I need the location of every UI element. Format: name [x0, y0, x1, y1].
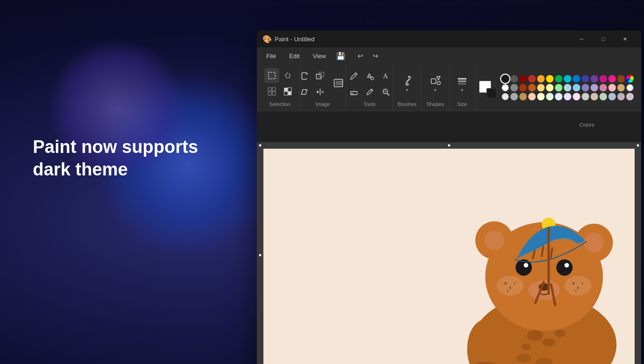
svg-point-40	[572, 282, 575, 285]
minimize-button[interactable]: ─	[571, 31, 592, 46]
color-teal[interactable]	[564, 75, 571, 83]
skew-button[interactable]	[297, 84, 312, 99]
color-midgray[interactable]	[510, 93, 518, 100]
svg-point-48	[527, 330, 543, 341]
color-white[interactable]	[502, 84, 509, 91]
color-indigo[interactable]	[582, 75, 589, 83]
fill-button[interactable]	[362, 68, 377, 83]
close-button[interactable]: ✕	[614, 31, 636, 46]
shapes-label: Shapes	[427, 101, 444, 109]
color-brown[interactable]	[617, 75, 625, 83]
color-palered[interactable]	[573, 93, 580, 100]
color-swatches-grid	[502, 75, 634, 100]
color-rose[interactable]	[608, 84, 616, 91]
menu-edit[interactable]: Edit	[284, 51, 305, 61]
select-all-button[interactable]	[264, 84, 279, 99]
svg-point-41	[577, 287, 579, 289]
redo-button[interactable]: ↪	[369, 49, 382, 62]
color-lightgray[interactable]	[626, 84, 634, 91]
color-violet[interactable]	[591, 75, 598, 83]
color-lemon[interactable]	[537, 93, 545, 100]
color-blue[interactable]	[573, 75, 580, 83]
size-button[interactable]: ▼	[452, 70, 472, 97]
color-orange[interactable]	[537, 75, 545, 83]
handle-top-right[interactable]	[637, 144, 639, 147]
color-green[interactable]	[555, 75, 562, 83]
handle-mid-left[interactable]	[259, 254, 262, 257]
color-burntorange[interactable]	[519, 84, 527, 91]
svg-point-52	[517, 354, 531, 363]
brushes-dropdown-arrow: ▼	[405, 88, 409, 92]
bear-illustration	[263, 149, 635, 364]
pencil-button[interactable]	[346, 68, 361, 83]
canvas-area	[257, 142, 641, 364]
color-red[interactable]	[528, 75, 536, 83]
color-darkred[interactable]	[519, 75, 527, 83]
color-salmon[interactable]	[528, 84, 536, 91]
color-empty4[interactable]	[617, 93, 625, 100]
flip-button[interactable]	[313, 84, 328, 99]
color-offwhite[interactable]	[502, 93, 509, 100]
svg-rect-15	[351, 93, 354, 95]
menu-view[interactable]: View	[307, 51, 331, 61]
color-black[interactable]	[502, 75, 509, 83]
custom-color-button[interactable]	[626, 75, 634, 83]
rect-select-button[interactable]	[264, 68, 279, 83]
color-paleblue[interactable]	[555, 93, 562, 100]
eraser-button[interactable]	[346, 84, 361, 99]
color-picker-button[interactable]	[362, 84, 377, 99]
color-lightpink[interactable]	[599, 84, 607, 91]
color-darkgray[interactable]	[510, 75, 518, 83]
color-gray[interactable]	[510, 84, 518, 91]
maximize-button[interactable]: □	[592, 31, 614, 46]
color-lightblue[interactable]	[564, 84, 571, 91]
svg-point-29	[556, 259, 573, 276]
svg-rect-5	[284, 88, 288, 91]
color-palepurple[interactable]	[564, 93, 571, 100]
color-lightgreen[interactable]	[555, 84, 562, 91]
svg-point-19	[437, 81, 440, 84]
color-paleyellow[interactable]	[546, 84, 554, 91]
fg-color-swatch[interactable]	[487, 88, 497, 99]
text-button[interactable]: A	[378, 68, 393, 83]
color-empty5[interactable]	[626, 93, 634, 100]
brushes-button[interactable]: ▼	[397, 69, 418, 98]
svg-point-16	[371, 89, 373, 91]
color-periwinkle[interactable]	[582, 84, 589, 91]
color-empty1[interactable]	[591, 93, 598, 100]
color-lightyellow[interactable]	[537, 84, 545, 91]
resize-button[interactable]	[313, 68, 328, 83]
svg-point-35	[564, 276, 592, 296]
menu-bar: File Edit View 💾 ↩ ↪	[257, 47, 641, 64]
canvas-frame	[263, 149, 635, 364]
color-lavender[interactable]	[591, 84, 598, 91]
magnifier-button[interactable]	[378, 84, 393, 99]
svg-rect-1	[268, 88, 271, 91]
free-select-button[interactable]	[280, 68, 295, 83]
color-mintgreen[interactable]	[546, 93, 554, 100]
color-pink[interactable]	[608, 75, 616, 83]
undo-button[interactable]: ↩	[354, 49, 367, 62]
color-tan2[interactable]	[519, 93, 527, 100]
svg-rect-3	[268, 92, 271, 95]
color-yellow[interactable]	[546, 75, 554, 83]
menu-file[interactable]: File	[261, 51, 282, 61]
color-magenta[interactable]	[599, 75, 607, 83]
svg-rect-7	[284, 91, 288, 95]
size-label: Size	[457, 101, 467, 109]
invert-select-button[interactable]	[280, 84, 295, 99]
color-tan[interactable]	[617, 84, 625, 91]
color-silvergray[interactable]	[582, 93, 589, 100]
color-empty2[interactable]	[599, 93, 607, 100]
brushes-label: Brushes	[397, 101, 416, 109]
color-empty3[interactable]	[608, 93, 616, 100]
handle-top-mid[interactable]	[448, 144, 450, 147]
rotate-button[interactable]	[297, 68, 312, 83]
color-peach[interactable]	[528, 93, 536, 100]
svg-point-27	[584, 233, 604, 252]
shapes-button[interactable]: ▼	[425, 69, 446, 98]
svg-point-31	[564, 263, 569, 268]
color-skyblue[interactable]	[573, 84, 580, 91]
handle-top-left[interactable]	[259, 144, 262, 147]
save-button[interactable]: 💾	[333, 49, 348, 62]
